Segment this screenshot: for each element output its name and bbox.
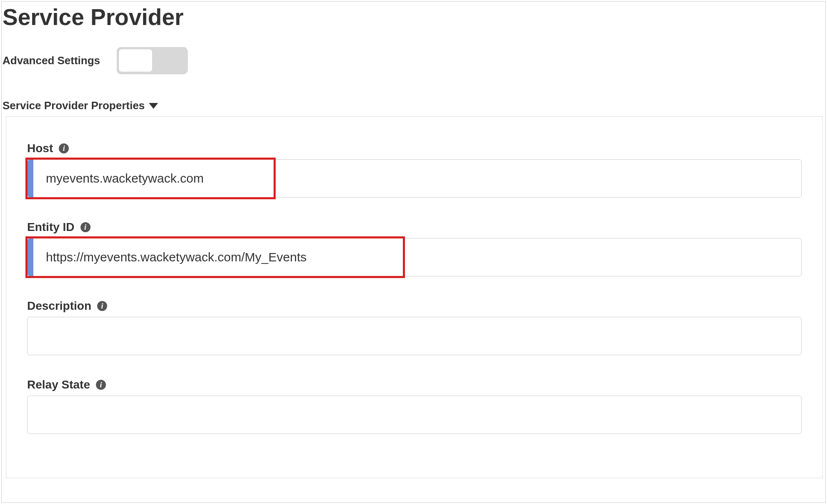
description-label: Description — [27, 299, 91, 313]
properties-panel: Host i Entity ID i Description — [6, 116, 823, 478]
caret-down-icon — [149, 103, 158, 109]
info-icon[interactable]: i — [80, 222, 90, 232]
service-provider-page: Service Provider Advanced Settings Servi… — [1, 1, 826, 503]
required-indicator-bar — [28, 238, 33, 276]
properties-section-header[interactable]: Service Provider Properties — [2, 74, 825, 116]
host-label: Host — [27, 142, 53, 155]
required-indicator-bar — [28, 160, 33, 197]
info-icon[interactable]: i — [96, 380, 106, 390]
relay-state-label-row: Relay State i — [27, 378, 802, 391]
toggle-knob — [118, 49, 153, 72]
entity-id-field-group: Entity ID i — [27, 221, 802, 276]
relay-state-label: Relay State — [27, 378, 90, 391]
entity-id-input-wrapper — [27, 238, 802, 276]
advanced-settings-row: Advanced Settings — [2, 30, 825, 74]
description-field-group: Description i — [27, 299, 802, 355]
host-label-row: Host i — [27, 142, 802, 155]
description-label-row: Description i — [27, 299, 802, 313]
host-field-group: Host i — [27, 142, 802, 198]
info-icon[interactable]: i — [59, 143, 69, 153]
advanced-settings-label: Advanced Settings — [3, 54, 100, 67]
entity-id-input[interactable] — [33, 238, 801, 276]
relay-state-field-group: Relay State i — [27, 378, 802, 434]
info-icon[interactable]: i — [97, 301, 107, 311]
properties-section-title: Service Provider Properties — [3, 99, 145, 112]
entity-id-label: Entity ID — [27, 221, 75, 234]
entity-id-label-row: Entity ID i — [27, 221, 802, 234]
host-input[interactable] — [33, 160, 801, 197]
host-input-wrapper — [27, 159, 802, 198]
page-title: Service Provider — [2, 2, 825, 30]
description-input[interactable] — [27, 317, 802, 355]
advanced-settings-toggle[interactable] — [117, 47, 188, 74]
relay-state-input[interactable] — [27, 396, 802, 434]
